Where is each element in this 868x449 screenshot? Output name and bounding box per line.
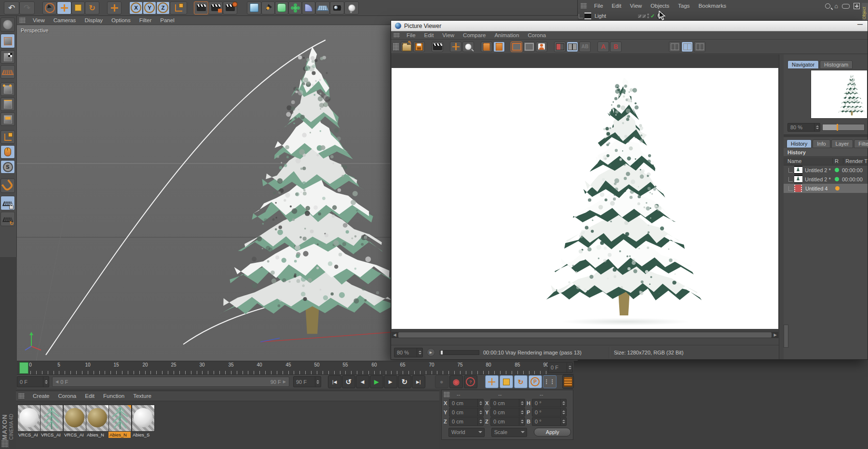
- undo-button[interactable]: ↶: [4, 1, 19, 14]
- om-menu-edit[interactable]: Edit: [608, 3, 626, 9]
- scrub-left-icon[interactable]: ◀: [55, 380, 58, 384]
- stepper[interactable]: [560, 408, 566, 416]
- pv-menu-file[interactable]: File: [402, 32, 420, 38]
- lock-y-axis-button[interactable]: Y: [143, 1, 156, 14]
- material-thumbnail[interactable]: [40, 405, 63, 432]
- render-view-button[interactable]: [194, 1, 208, 14]
- panel-grip[interactable]: [444, 392, 450, 397]
- array-modeling-button[interactable]: [288, 1, 302, 14]
- pv-fit-image-button[interactable]: [511, 41, 522, 52]
- rot-b-field[interactable]: 0 °: [532, 417, 567, 426]
- material-thumbnail[interactable]: [17, 405, 41, 432]
- pv-fill-image-button[interactable]: [523, 41, 535, 52]
- live-selection-button[interactable]: [42, 1, 57, 14]
- move-tool-button[interactable]: [57, 1, 71, 14]
- home-icon[interactable]: ⌂: [834, 2, 838, 10]
- workplane-mode-button[interactable]: [0, 65, 15, 79]
- tab-info[interactable]: Info: [813, 139, 830, 148]
- ruler-frame-field[interactable]: 0 F: [548, 362, 573, 373]
- pv-layout-1-button[interactable]: [669, 41, 680, 52]
- previous-frame-button[interactable]: ◀: [356, 375, 369, 388]
- history-item-name[interactable]: Untitled 2 *: [805, 167, 834, 173]
- stepper[interactable]: [477, 399, 483, 407]
- history-item-name[interactable]: Untitled 4: [805, 186, 834, 191]
- pv-menu-corona[interactable]: Corona: [524, 32, 551, 38]
- subdivision-surface-button[interactable]: [275, 1, 288, 14]
- scrub-right-icon[interactable]: ▶: [283, 380, 286, 384]
- om-menu-tags[interactable]: Tags: [674, 3, 694, 9]
- tab-history[interactable]: History: [787, 139, 812, 148]
- scroll-thumb[interactable]: [398, 332, 772, 338]
- tweak-mode-button[interactable]: [0, 145, 15, 159]
- material-label[interactable]: Abies_S: [132, 432, 154, 438]
- soft-selection-button[interactable]: S: [0, 160, 15, 174]
- column-r[interactable]: R: [832, 158, 843, 164]
- lock-x-axis-button[interactable]: X: [129, 1, 143, 14]
- panel-grip[interactable]: [393, 33, 400, 38]
- vp-menu-display[interactable]: Display: [80, 17, 107, 23]
- lock-z-axis-button[interactable]: Z: [156, 1, 170, 14]
- goto-start-button[interactable]: |◀: [328, 375, 341, 388]
- stepper[interactable]: [560, 399, 566, 407]
- coordinate-system-button[interactable]: [170, 1, 187, 14]
- tab-filter[interactable]: Filter: [854, 139, 868, 148]
- key-scale-toggle[interactable]: [500, 375, 513, 388]
- pv-delete-button[interactable]: [481, 41, 492, 52]
- material-label[interactable]: VRCS_AI: [40, 432, 62, 438]
- pv-play-button[interactable]: ▶: [427, 348, 435, 356]
- pv-open-button[interactable]: [401, 41, 412, 52]
- stepper[interactable]: [477, 418, 483, 425]
- next-frame-button[interactable]: ▶: [384, 375, 397, 388]
- mat-menu-texture[interactable]: Texture: [129, 393, 156, 399]
- enabled-check-icon[interactable]: ✓: [651, 13, 655, 19]
- loop-button[interactable]: ↻: [398, 375, 411, 388]
- material-label[interactable]: Abies_N: [86, 432, 108, 438]
- pv-hscrollbar[interactable]: ◀ ▶: [392, 332, 778, 338]
- vp-menu-filter[interactable]: Filter: [135, 17, 156, 23]
- nav-zoom-field[interactable]: 80 %: [787, 123, 820, 132]
- workplane-align-button[interactable]: ↻: [0, 212, 15, 226]
- key-position-toggle[interactable]: [485, 375, 499, 388]
- model-mode-button[interactable]: [0, 34, 15, 48]
- deformer-button[interactable]: [302, 1, 315, 14]
- viewport-tree-model[interactable]: [218, 35, 407, 343]
- material-thumbnail[interactable]: [86, 405, 109, 432]
- add-cube-button[interactable]: [247, 1, 261, 14]
- render-settings-button[interactable]: [223, 1, 237, 14]
- coordinate-space-dropdown[interactable]: World: [448, 428, 485, 437]
- tab-layer[interactable]: Layer: [831, 139, 854, 148]
- timeline-scrubber[interactable]: ◀0 F 90 F▶: [52, 377, 289, 387]
- visibility-toggle-icon[interactable]: [638, 14, 641, 18]
- rendered-image[interactable]: [392, 68, 778, 329]
- pv-layout-3-button[interactable]: [694, 41, 705, 52]
- search-icon[interactable]: [825, 3, 830, 9]
- snap-button[interactable]: [0, 178, 15, 193]
- history-row[interactable]: Untitled 2 * 00:00:00: [784, 165, 868, 175]
- pv-copy-compare-button[interactable]: [493, 41, 505, 52]
- pv-zoom-field[interactable]: 80 %: [394, 348, 423, 357]
- end-frame-stepper[interactable]: [315, 377, 321, 387]
- object-row-light[interactable]: Light ✓: [578, 12, 862, 20]
- material-label[interactable]: VRCS_AI: [63, 432, 85, 438]
- stepper[interactable]: [477, 408, 483, 416]
- stepper[interactable]: [519, 408, 525, 416]
- mat-menu-create[interactable]: Create: [28, 393, 54, 399]
- history-row-selected[interactable]: Untitled 4: [784, 184, 868, 193]
- panel-vscrollbar[interactable]: [784, 325, 788, 348]
- autokey-button[interactable]: ◉: [449, 375, 463, 388]
- material-thumbnail[interactable]: [63, 405, 86, 432]
- scale-tool-button[interactable]: [71, 1, 85, 14]
- add-object-icon[interactable]: [854, 3, 860, 9]
- keyframe-selection-button[interactable]: [562, 375, 574, 389]
- pv-set-b-button[interactable]: B: [610, 41, 622, 52]
- pv-set-a-button[interactable]: A: [597, 41, 609, 52]
- om-menu-view[interactable]: View: [625, 3, 646, 9]
- om-menu-objects[interactable]: Objects: [646, 3, 674, 9]
- size-y-field[interactable]: 0 cm: [490, 408, 525, 417]
- pv-zoom-button[interactable]: [462, 41, 474, 52]
- rot-h-field[interactable]: 0 °: [532, 399, 567, 408]
- panel-grip[interactable]: [19, 17, 26, 23]
- navigator-thumbnail[interactable]: [811, 70, 868, 119]
- play-button[interactable]: ▶: [370, 375, 383, 388]
- pos-y-field[interactable]: 0 cm: [449, 408, 484, 417]
